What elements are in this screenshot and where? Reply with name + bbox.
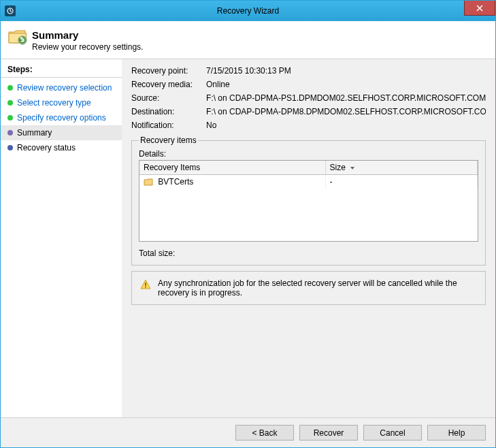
step-label[interactable]: Select recovery type xyxy=(17,98,91,108)
recover-button[interactable]: Recover xyxy=(299,425,358,441)
folder-recovery-icon xyxy=(7,28,28,48)
page-subtitle: Review your recovery settings. xyxy=(32,42,483,52)
column-header-name[interactable]: Recovery Items xyxy=(139,161,325,175)
recovery-items-group: Recovery items Details: Recovery Items S… xyxy=(131,135,486,266)
warning-box: Any synchronization job for the selected… xyxy=(131,271,486,305)
step-bullet-icon xyxy=(7,115,13,121)
step-bullet-icon xyxy=(7,85,13,91)
sort-icon xyxy=(350,167,354,170)
column-header-size-label: Size xyxy=(330,163,346,172)
folder-icon xyxy=(144,178,153,186)
wizard-content: Recovery point: 7/15/2015 10:30:13 PM Re… xyxy=(122,59,495,417)
destination-value: F:\ on CDAP-DPMA-DPM8.DPMDOM02.SELFHOST.… xyxy=(206,107,486,116)
recovery-wizard-window: Recovery Wizard Summary Review your reco… xyxy=(0,0,496,448)
wizard-header: Summary Review your recovery settings. xyxy=(1,21,495,59)
summary-grid: Recovery point: 7/15/2015 10:30:13 PM Re… xyxy=(131,66,486,130)
back-button[interactable]: < Back xyxy=(235,425,294,441)
steps-header: Steps: xyxy=(1,63,122,78)
svg-rect-2 xyxy=(145,283,146,286)
recovery-point-value: 7/15/2015 10:30:13 PM xyxy=(206,66,486,76)
row-size: - xyxy=(325,175,477,189)
recovery-media-value: Online xyxy=(206,80,486,89)
warning-text: Any synchronization job for the selected… xyxy=(158,278,477,298)
total-size-label: Total size: xyxy=(139,249,175,258)
source-label: Source: xyxy=(131,93,206,103)
step-bullet-icon xyxy=(7,130,13,135)
cancel-button[interactable]: Cancel xyxy=(363,425,422,441)
svg-rect-3 xyxy=(145,287,146,288)
notification-value: No xyxy=(206,121,486,130)
close-button[interactable] xyxy=(464,1,495,16)
step-label[interactable]: Specify recovery options xyxy=(17,113,106,123)
step-label: Recovery status xyxy=(17,143,76,153)
step-select-recovery-type[interactable]: Select recovery type xyxy=(1,95,122,110)
step-bullet-icon xyxy=(7,145,13,150)
wizard-sidebar: Steps: Review recovery selection Select … xyxy=(1,59,122,417)
step-summary: Summary xyxy=(1,125,122,140)
table-row[interactable]: BVTCerts - xyxy=(139,175,478,189)
step-label[interactable]: Review recovery selection xyxy=(17,83,112,93)
notification-label: Notification: xyxy=(131,121,206,130)
column-header-name-label: Recovery Items xyxy=(144,163,200,172)
source-value: F:\ on CDAP-DPMA-PS1.DPMDOM02.SELFHOST.C… xyxy=(206,93,486,103)
app-icon xyxy=(5,5,16,16)
recovery-items-table[interactable]: Recovery Items Size xyxy=(139,160,478,242)
wizard-body: Steps: Review recovery selection Select … xyxy=(1,59,495,417)
step-recovery-status: Recovery status xyxy=(1,140,122,155)
content-filler xyxy=(131,305,486,411)
close-icon xyxy=(476,5,483,12)
page-title: Summary xyxy=(32,29,483,41)
step-review-recovery-selection[interactable]: Review recovery selection xyxy=(1,80,122,95)
total-size: Total size: xyxy=(139,249,478,258)
step-bullet-icon xyxy=(7,100,13,106)
column-header-size[interactable]: Size xyxy=(325,161,477,175)
step-specify-recovery-options[interactable]: Specify recovery options xyxy=(1,110,122,125)
help-button[interactable]: Help xyxy=(427,425,486,441)
titlebar: Recovery Wizard xyxy=(1,1,495,21)
warning-icon xyxy=(140,279,151,292)
step-label: Summary xyxy=(17,128,52,138)
details-label: Details: xyxy=(139,149,478,159)
window-title: Recovery Wizard xyxy=(1,6,495,16)
row-name: BVTCerts xyxy=(158,177,193,187)
recovery-media-label: Recovery media: xyxy=(131,80,206,89)
wizard-button-row: < Back Recover Cancel Help xyxy=(1,417,495,447)
recovery-items-legend: Recovery items xyxy=(139,135,198,145)
destination-label: Destination: xyxy=(131,107,206,116)
recovery-point-label: Recovery point: xyxy=(131,66,206,76)
